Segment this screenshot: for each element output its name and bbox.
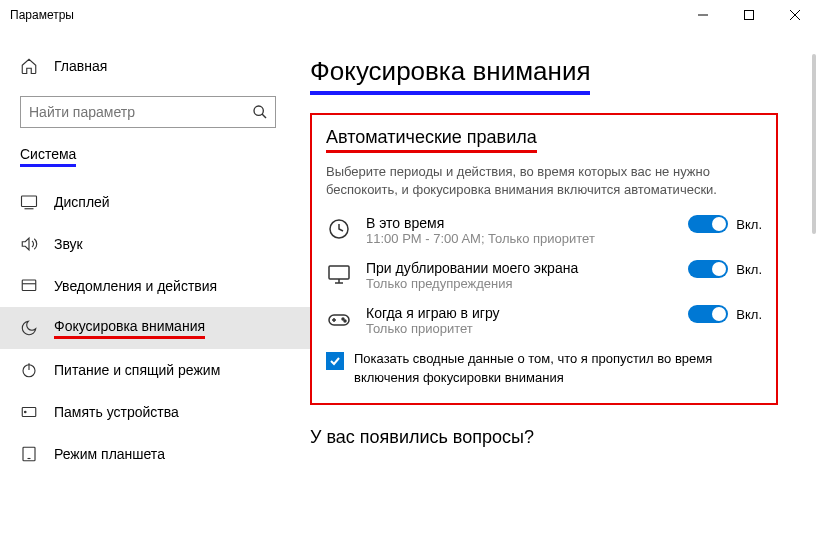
sound-icon (20, 235, 38, 253)
sidebar-item-label: Звук (54, 236, 83, 252)
titlebar: Параметры (0, 0, 818, 30)
tablet-icon (20, 445, 38, 463)
rule-duplicating-display[interactable]: При дублировании моего экрана Только пре… (326, 260, 762, 291)
sidebar-item-tablet[interactable]: Режим планшета (0, 433, 310, 475)
sidebar-item-storage[interactable]: Память устройства (0, 391, 310, 433)
minimize-button[interactable] (680, 0, 726, 30)
storage-icon (20, 403, 38, 421)
monitor-icon (326, 260, 352, 286)
rule-during-time[interactable]: В это время 11:00 PM - 7:00 AM; Только п… (326, 215, 762, 246)
sidebar-item-label: Память устройства (54, 404, 179, 420)
search-field[interactable] (21, 104, 245, 120)
sidebar-item-power[interactable]: Питание и спящий режим (0, 349, 310, 391)
questions-heading: У вас появились вопросы? (310, 427, 798, 448)
home-icon (20, 57, 38, 75)
window-title: Параметры (10, 8, 74, 22)
toggle-label: Вкл. (736, 307, 762, 322)
svg-point-24 (342, 318, 344, 320)
home-label: Главная (54, 58, 107, 74)
page-title: Фокусировка внимания (310, 56, 590, 95)
rule-title: При дублировании моего экрана (366, 260, 674, 276)
toggle-switch[interactable] (688, 260, 728, 278)
notifications-icon (20, 277, 38, 295)
rule-sub: Только предупреждения (366, 276, 674, 291)
sidebar: Главная Система Дисплей (0, 30, 310, 539)
search-input[interactable] (20, 96, 276, 128)
sidebar-item-label: Питание и спящий режим (54, 362, 220, 378)
svg-marker-8 (22, 238, 29, 250)
toggle-switch[interactable] (688, 215, 728, 233)
maximize-button[interactable] (726, 0, 772, 30)
svg-rect-9 (22, 280, 36, 291)
section-title: Автоматические правила (326, 127, 537, 153)
checkbox-label: Показать сводные данные о том, что я про… (354, 350, 762, 386)
category-heading: Система (0, 146, 310, 175)
scrollbar[interactable] (810, 30, 816, 539)
svg-point-25 (344, 320, 346, 322)
rule-title: В это время (366, 215, 674, 231)
rule-sub: 11:00 PM - 7:00 AM; Только приоритет (366, 231, 674, 246)
svg-point-4 (254, 106, 263, 115)
sidebar-item-label: Режим планшета (54, 446, 165, 462)
sidebar-item-label: Фокусировка внимания (54, 318, 205, 339)
sidebar-item-label: Уведомления и действия (54, 278, 217, 294)
close-button[interactable] (772, 0, 818, 30)
category-label: Система (20, 146, 76, 167)
sidebar-item-notifications[interactable]: Уведомления и действия (0, 265, 310, 307)
sidebar-item-focus-assist[interactable]: Фокусировка внимания (0, 307, 310, 349)
scroll-thumb[interactable] (812, 54, 816, 234)
clock-icon (326, 215, 352, 241)
rule-title: Когда я играю в игру (366, 305, 674, 321)
svg-line-5 (262, 114, 266, 118)
power-icon (20, 361, 38, 379)
section-description: Выберите периоды и действия, во время ко… (326, 163, 762, 199)
svg-rect-1 (745, 11, 754, 20)
display-icon (20, 193, 38, 211)
summary-checkbox-row[interactable]: Показать сводные данные о том, что я про… (326, 350, 762, 386)
sidebar-item-sound[interactable]: Звук (0, 223, 310, 265)
svg-point-14 (25, 411, 27, 413)
svg-rect-18 (329, 266, 349, 279)
rule-sub: Только приоритет (366, 321, 674, 336)
search-icon (245, 104, 275, 120)
checkbox-checked[interactable] (326, 352, 344, 370)
content-pane: Фокусировка внимания Автоматические прав… (310, 30, 818, 539)
home-nav[interactable]: Главная (0, 46, 310, 86)
gamepad-icon (326, 305, 352, 331)
svg-rect-6 (22, 196, 37, 207)
rule-playing-game[interactable]: Когда я играю в игру Только приоритет Вк… (326, 305, 762, 336)
toggle-label: Вкл. (736, 262, 762, 277)
auto-rules-section: Автоматические правила Выберите периоды … (310, 113, 778, 405)
toggle-label: Вкл. (736, 217, 762, 232)
moon-icon (20, 319, 38, 337)
toggle-switch[interactable] (688, 305, 728, 323)
sidebar-item-label: Дисплей (54, 194, 110, 210)
sidebar-item-display[interactable]: Дисплей (0, 181, 310, 223)
